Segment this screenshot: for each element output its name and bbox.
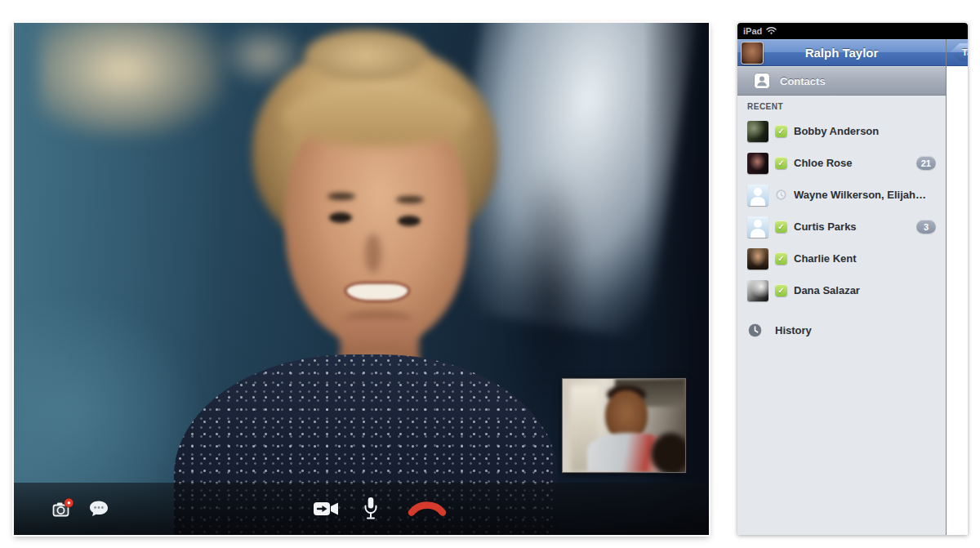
contact-row-wayne-wilkerson[interactable]: Wayne Wilkerson, Elijah… <box>737 179 946 211</box>
navbar: Ralph Taylor <box>737 39 946 66</box>
call-controls-bar <box>14 483 709 535</box>
remote-person-smile <box>347 284 408 300</box>
remote-person-bangs <box>283 87 471 147</box>
remote-person-hair-bun <box>305 29 427 82</box>
back-button[interactable]: Ta <box>950 43 968 61</box>
remote-person-brow <box>396 196 424 203</box>
video-camera-icon[interactable] <box>313 500 339 518</box>
history-item[interactable]: History <box>737 314 946 346</box>
contact-name: Dana Salazar <box>794 284 936 296</box>
screenshot-root: iPad Ralph Taylor <box>0 0 980 548</box>
contact-avatar <box>747 248 768 270</box>
self-person-arm <box>651 433 686 473</box>
history-clock-icon <box>747 323 768 338</box>
contact-row-curtis-parks[interactable]: ✓ Curtis Parks 3 <box>737 211 946 243</box>
contact-avatar <box>747 280 768 301</box>
contacts-pane: Ralph Taylor Contacts RECENT <box>737 39 947 535</box>
status-online-icon: ✓ <box>775 221 787 233</box>
status-online-icon: ✓ <box>775 125 787 137</box>
tab-contacts[interactable]: Contacts <box>737 66 946 96</box>
contact-name: Bobby Anderson <box>794 125 936 137</box>
history-label: History <box>775 324 812 336</box>
ios-status-bar: iPad <box>737 23 968 39</box>
remote-person-eye <box>398 216 421 226</box>
contact-avatar <box>747 121 768 142</box>
recent-list: RECENT ✓ Bobby Anderson ✓ Chloe Rose 21 <box>737 96 946 535</box>
contact-row-bobby-anderson[interactable]: ✓ Bobby Anderson <box>737 115 946 147</box>
contact-name: Curtis Parks <box>794 221 910 233</box>
remote-person-brow <box>327 193 355 200</box>
remote-person-nose-shadow <box>365 234 381 273</box>
chat-bubble-icon[interactable] <box>88 500 109 519</box>
contact-avatar-default <box>747 216 768 238</box>
video-call-window <box>14 23 709 535</box>
detail-pane: Ta <box>947 39 968 535</box>
contact-row-chloe-rose[interactable]: ✓ Chloe Rose 21 <box>737 147 946 179</box>
contact-name: Chloe Rose <box>794 157 910 169</box>
contact-avatar <box>747 153 768 174</box>
unread-count-badge: 3 <box>916 220 936 234</box>
status-away-icon <box>775 189 787 201</box>
photo-camera-icon[interactable] <box>52 498 74 520</box>
skype-ipad-panel: iPad Ralph Taylor <box>737 23 968 535</box>
unread-count-badge: 21 <box>916 156 936 170</box>
microphone-icon[interactable] <box>363 497 380 521</box>
contact-row-dana-salazar[interactable]: ✓ Dana Salazar <box>737 274 946 306</box>
contact-name: Wayne Wilkerson, Elijah… <box>794 189 936 201</box>
tab-contacts-label: Contacts <box>780 75 826 87</box>
contact-avatar-default <box>747 185 768 206</box>
contact-name: Charlie Kent <box>794 252 936 265</box>
user-photo-avatar[interactable] <box>741 42 764 65</box>
status-online-icon: ✓ <box>775 157 787 169</box>
contact-row-charlie-kent[interactable]: ✓ Charlie Kent <box>737 243 946 274</box>
lamp-light-blur <box>38 23 226 137</box>
wifi-icon <box>766 26 777 36</box>
status-online-icon: ✓ <box>775 252 787 265</box>
status-online-icon: ✓ <box>775 284 787 296</box>
contacts-card-icon <box>754 73 770 89</box>
section-label-recent: RECENT <box>737 96 946 115</box>
self-video-pip[interactable] <box>562 378 686 473</box>
remote-person-eye <box>329 212 352 223</box>
hang-up-icon[interactable] <box>408 500 447 518</box>
detail-navbar: Ta <box>947 39 968 66</box>
device-label: iPad <box>743 26 762 36</box>
page-title: Ralph Taylor <box>805 46 879 60</box>
